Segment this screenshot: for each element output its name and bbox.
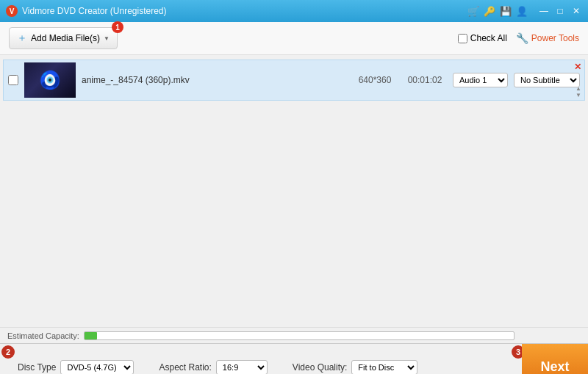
titlebar-icons: 🛒 🔑 💾 👤 bbox=[467, 6, 528, 17]
aspect-ratio-group: Aspect Ratio: 16:9 4:3 bbox=[159, 360, 267, 375]
app-icon: V bbox=[6, 5, 18, 17]
capacity-row: Estimated Capacity: 0.5GB 1GB 1.5GB 2GB … bbox=[0, 327, 588, 343]
wrench-icon: 🔧 bbox=[516, 32, 528, 44]
title-bar: V Vidmore DVD Creator (Unregistered) 🛒 🔑… bbox=[0, 0, 588, 22]
dropdown-arrow-icon: ▼ bbox=[104, 35, 110, 42]
add-icon: ＋ bbox=[17, 32, 27, 45]
add-media-badge: 1 bbox=[112, 21, 123, 33]
file-name: anime_-_84574 (360p).mkv bbox=[82, 75, 347, 85]
video-quality-select[interactable]: Fit to Disc High Medium Low bbox=[351, 360, 417, 375]
disc-type-label: Disc Type bbox=[18, 362, 56, 373]
user-icon[interactable]: 👤 bbox=[516, 6, 528, 17]
check-all-text: Check All bbox=[470, 33, 507, 43]
capacity-bar-fill bbox=[85, 332, 98, 339]
file-thumbnail: 🧿 bbox=[24, 62, 76, 98]
power-tools-label: Power Tools bbox=[531, 33, 579, 43]
capacity-label: Estimated Capacity: bbox=[7, 331, 79, 340]
add-media-button[interactable]: ＋ Add Media File(s) ▼ bbox=[9, 27, 118, 49]
arrow-up-icon[interactable]: ▲ bbox=[576, 86, 581, 92]
aspect-ratio-select[interactable]: 16:9 4:3 bbox=[216, 360, 268, 375]
file-resolution: 640*360 bbox=[353, 75, 397, 85]
toolbar-right: Check All 🔧 Power Tools bbox=[458, 32, 579, 44]
file-audio-select[interactable]: Audio 1 bbox=[453, 73, 508, 87]
thumb-content: 🧿 bbox=[24, 62, 76, 98]
aspect-ratio-label: Aspect Ratio: bbox=[159, 362, 211, 373]
content-area: 🧿 anime_-_84574 (360p).mkv 640*360 00:01… bbox=[0, 55, 588, 327]
next-button[interactable]: Next bbox=[522, 344, 588, 374]
close-button[interactable]: ✕ bbox=[570, 5, 582, 17]
check-all-label[interactable]: Check All bbox=[458, 33, 507, 43]
toolbar: ＋ Add Media File(s) ▼ 1 Check All 🔧 Powe… bbox=[0, 22, 588, 55]
power-tools-button[interactable]: 🔧 Power Tools bbox=[516, 32, 579, 44]
save-icon[interactable]: 💾 bbox=[500, 6, 512, 17]
file-arrows: ▲ ▼ bbox=[576, 86, 581, 98]
file-checkbox[interactable] bbox=[8, 75, 18, 85]
disc-type-badge: 2 bbox=[1, 345, 15, 359]
key-icon[interactable]: 🔑 bbox=[484, 6, 495, 17]
thumb-figure-icon: 🧿 bbox=[39, 70, 61, 90]
arrow-down-icon[interactable]: ▼ bbox=[576, 93, 581, 98]
video-quality-group: Video Quality: Fit to Disc High Medium L… bbox=[293, 360, 418, 375]
maximize-button[interactable]: □ bbox=[554, 5, 566, 17]
bottom-panel: 2 Disc Type DVD-5 (4.7G) DVD-9 (8.5G) Bl… bbox=[0, 343, 588, 374]
add-media-label: Add Media File(s) bbox=[31, 33, 100, 43]
file-duration: 00:01:02 bbox=[403, 75, 447, 85]
disc-type-group: Disc Type DVD-5 (4.7G) DVD-9 (8.5G) Blu-… bbox=[18, 360, 134, 375]
minimize-button[interactable]: — bbox=[538, 5, 550, 17]
file-close-button[interactable]: ✕ bbox=[574, 62, 581, 72]
file-subtitle-select[interactable]: No Subtitle bbox=[514, 73, 580, 87]
cart-icon[interactable]: 🛒 bbox=[467, 6, 479, 17]
file-row: 🧿 anime_-_84574 (360p).mkv 640*360 00:01… bbox=[3, 60, 585, 101]
video-quality-label: Video Quality: bbox=[293, 362, 348, 373]
title-bar-left: V Vidmore DVD Creator (Unregistered) bbox=[6, 5, 167, 17]
check-all-checkbox[interactable] bbox=[458, 34, 467, 43]
disc-type-select[interactable]: DVD-5 (4.7G) DVD-9 (8.5G) Blu-ray 25G Bl… bbox=[60, 360, 134, 375]
app-title: Vidmore DVD Creator (Unregistered) bbox=[22, 6, 167, 16]
capacity-bar-container: 0.5GB 1GB 1.5GB 2GB 2.5GB 3GB 3.5GB 4GB … bbox=[84, 331, 514, 340]
